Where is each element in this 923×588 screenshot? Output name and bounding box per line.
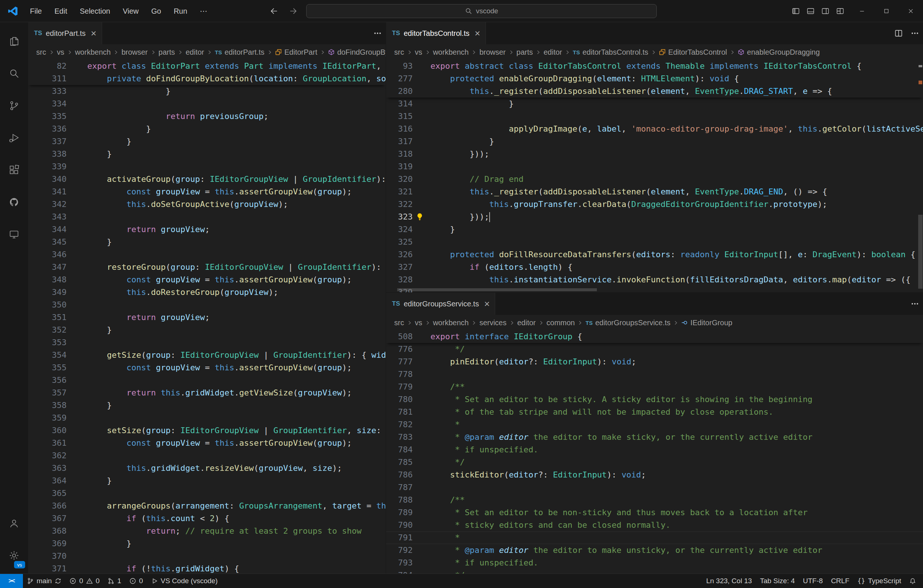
back-arrow-icon[interactable] xyxy=(269,6,279,16)
breadcrumb-item[interactable]: vs xyxy=(415,319,422,327)
line-number[interactable]: 361 xyxy=(28,437,67,449)
line-number[interactable]: 793 xyxy=(386,557,413,569)
code-line[interactable]: 371 if (!this.gridWidget) { xyxy=(28,562,386,573)
toggle-panel-icon[interactable] xyxy=(806,7,815,16)
sticky-line[interactable]: 280 this._register(addDisposableListener… xyxy=(386,85,923,98)
more-actions-icon[interactable] xyxy=(907,293,923,315)
line-number[interactable]: 314 xyxy=(386,98,413,110)
notifications[interactable] xyxy=(905,574,920,588)
launch-status[interactable]: VS Code (vscode) xyxy=(147,574,222,588)
code-line[interactable]: 315 xyxy=(386,110,923,123)
line-number[interactable]: 354 xyxy=(28,349,67,362)
more-actions-icon[interactable] xyxy=(907,22,923,44)
line-number[interactable]: 322 xyxy=(386,198,413,211)
line-number[interactable]: 782 xyxy=(386,418,413,431)
breadcrumb-item[interactable]: workbench xyxy=(433,319,469,327)
code-line[interactable]: 786 stickEditor(editor?: EditorInput): v… xyxy=(386,468,923,481)
pull-requests-status[interactable]: 1 xyxy=(103,574,125,588)
issues-status[interactable]: 0 xyxy=(125,574,147,588)
line-number[interactable]: 779 xyxy=(386,381,413,393)
line-number[interactable]: 324 xyxy=(386,223,413,236)
explorer-icon[interactable] xyxy=(0,25,28,57)
close-tab-icon[interactable]: × xyxy=(91,28,97,38)
code-line[interactable]: 341 const groupView = this.assertGroupVi… xyxy=(28,185,386,198)
line-number[interactable]: 789 xyxy=(386,506,413,519)
breadcrumb-item[interactable]: EditorTabsControl xyxy=(659,48,727,57)
menu-view[interactable]: View xyxy=(117,0,145,22)
line-number[interactable]: 337 xyxy=(28,135,67,148)
line-number[interactable]: 349 xyxy=(28,286,67,299)
line-number[interactable]: 340 xyxy=(28,173,67,185)
tab-editorPart.ts[interactable]: TSeditorPart.ts× xyxy=(28,22,102,44)
line-number[interactable]: 338 xyxy=(28,148,67,161)
code-line[interactable]: 790 * sticky editors and can be closed n… xyxy=(386,519,923,531)
breadcrumb-item[interactable]: IEditorGroup xyxy=(681,319,732,327)
line-number[interactable]: 323 xyxy=(386,211,413,223)
code-line[interactable]: 321 this._register(addDisposableListener… xyxy=(386,185,923,198)
code-line[interactable]: 791 * xyxy=(386,531,923,544)
code-line[interactable]: 787 xyxy=(386,481,923,494)
code-line[interactable]: 347 restoreGroup(group: IEditorGroupView… xyxy=(28,261,386,274)
breadcrumb-item[interactable]: parts xyxy=(159,48,175,57)
branch-status[interactable]: main xyxy=(23,574,66,588)
menu-more[interactable]: ⋯ xyxy=(194,0,214,22)
code-line[interactable]: 363 this.gridWidget.resizeView(groupView… xyxy=(28,462,386,475)
code-line[interactable]: 334 xyxy=(28,98,386,110)
code-line[interactable]: 354 getSize(group: IEditorGroupView | Gr… xyxy=(28,349,386,362)
accounts-icon[interactable] xyxy=(0,507,28,539)
vertical-scrollbar[interactable] xyxy=(918,215,923,289)
breadcrumb-item[interactable]: workbench xyxy=(433,48,469,57)
code-line[interactable]: 356 xyxy=(28,374,386,387)
menu-selection[interactable]: Selection xyxy=(74,0,117,22)
menu-go[interactable]: Go xyxy=(145,0,168,22)
breadcrumb-item[interactable]: parts xyxy=(517,48,533,57)
line-number[interactable]: 794 xyxy=(386,569,413,573)
forward-arrow-icon[interactable] xyxy=(288,6,298,16)
line-number[interactable]: 342 xyxy=(28,198,67,211)
menu-run[interactable]: Run xyxy=(168,0,194,22)
code-line[interactable]: 789 * Set an editor to be non-sticky and… xyxy=(386,506,923,519)
code-line[interactable]: 350 xyxy=(28,299,386,311)
editor[interactable]: 314 }315316 applyDragImage(e, label, 'mo… xyxy=(386,60,923,292)
line-number[interactable]: 325 xyxy=(386,236,413,248)
line-number[interactable]: 316 xyxy=(386,123,413,135)
code-line[interactable]: 326 protected doFillResourceDataTransfer… xyxy=(386,248,923,261)
line-number[interactable]: 327 xyxy=(386,261,413,274)
code-line[interactable]: 352 } xyxy=(28,324,386,336)
line-number[interactable]: 321 xyxy=(386,185,413,198)
line-number[interactable]: 353 xyxy=(28,336,67,349)
cursor-position[interactable]: Ln 323, Col 13 xyxy=(702,574,756,588)
line-number[interactable]: 355 xyxy=(28,362,67,374)
line-number[interactable]: 366 xyxy=(28,500,67,512)
line-number[interactable]: 346 xyxy=(28,248,67,261)
code-line[interactable]: 353 xyxy=(28,336,386,349)
breadcrumb-item[interactable]: src xyxy=(36,48,46,57)
sticky-line[interactable]: 508export interface IEditorGroup { xyxy=(386,331,923,343)
code-line[interactable]: 346 xyxy=(28,248,386,261)
line-number[interactable]: 363 xyxy=(28,462,67,475)
line-number[interactable]: 358 xyxy=(28,399,67,412)
line-number[interactable]: 791 xyxy=(386,531,413,544)
code-line[interactable]: 323 })); xyxy=(386,211,923,223)
code-line[interactable]: 365 xyxy=(28,487,386,500)
code-line[interactable]: 327 if (editors.length) { xyxy=(386,261,923,274)
sticky-line[interactable]: 93export abstract class EditorTabsContro… xyxy=(386,60,923,72)
line-number[interactable]: 783 xyxy=(386,431,413,444)
editor[interactable]: 333 }334335 return previousGroup;336 }33… xyxy=(28,60,386,573)
line-number[interactable]: 315 xyxy=(386,110,413,123)
line-number[interactable]: 334 xyxy=(28,98,67,110)
code-line[interactable]: 324 } xyxy=(386,223,923,236)
toggle-sidebar-right-icon[interactable] xyxy=(821,7,830,16)
breadcrumb-item[interactable]: src xyxy=(394,319,404,327)
line-number[interactable]: 362 xyxy=(28,449,67,462)
line-number[interactable]: 368 xyxy=(28,525,67,537)
source-control-icon[interactable] xyxy=(0,89,28,121)
line-number[interactable]: 350 xyxy=(28,299,67,311)
code-line[interactable]: 781 * of the tab stripe and will not be … xyxy=(386,406,923,418)
code-line[interactable]: 776 */ xyxy=(386,343,923,355)
code-line[interactable]: 785 */ xyxy=(386,456,923,468)
line-number[interactable]: 341 xyxy=(28,185,67,198)
sticky-line[interactable]: 277 protected enableGroupDragging(elemen… xyxy=(386,72,923,85)
line-number[interactable]: 359 xyxy=(28,412,67,424)
code-line[interactable]: 364 } xyxy=(28,475,386,487)
